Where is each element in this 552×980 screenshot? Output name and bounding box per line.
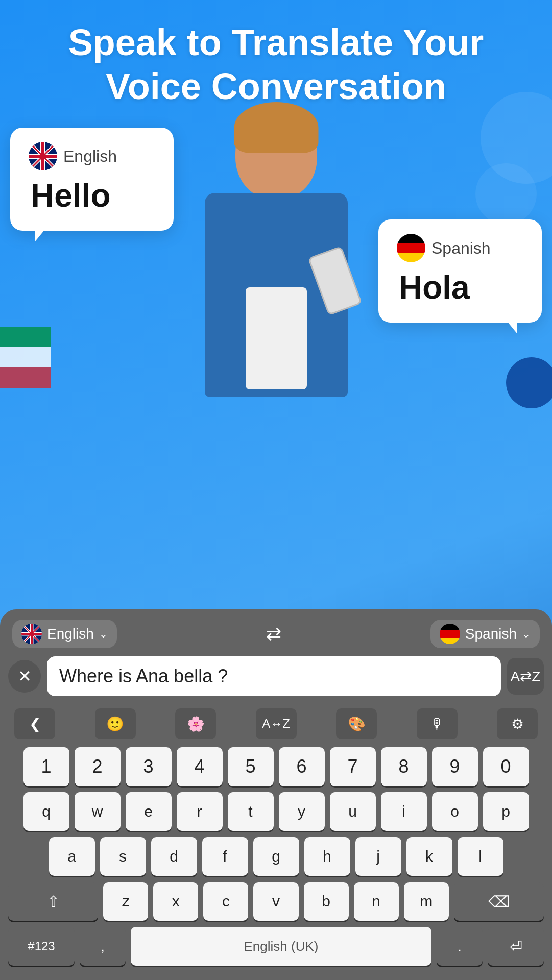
key-p[interactable]: p [483, 792, 529, 831]
key-5[interactable]: 5 [228, 747, 274, 786]
key-f[interactable]: f [202, 837, 248, 876]
eu-flag-circle [506, 357, 552, 408]
zxcv-row: ⇧ z x c v b n m ⌫ [8, 882, 544, 921]
key-e[interactable]: e [126, 792, 172, 831]
key-z[interactable]: z [103, 882, 148, 921]
key-r[interactable]: r [177, 792, 223, 831]
back-icon: ❮ [29, 716, 41, 732]
key-t[interactable]: t [228, 792, 274, 831]
key-j[interactable]: j [355, 837, 401, 876]
italy-flag-circle [0, 327, 51, 388]
sticker-icon: 🌸 [187, 716, 205, 732]
to-flag-icon [440, 624, 460, 644]
key-8[interactable]: 8 [381, 747, 427, 786]
key-c[interactable]: c [203, 882, 248, 921]
keyboard-keys: 1 2 3 4 5 6 7 8 9 0 q w e r t y u i o p … [8, 747, 544, 966]
to-chevron-icon: ⌄ [522, 628, 531, 640]
key-2[interactable]: 2 [75, 747, 121, 786]
microphone-icon: 🎙 [430, 716, 444, 732]
key-u[interactable]: u [330, 792, 376, 831]
person-illustration [143, 97, 409, 424]
close-icon: ✕ [18, 667, 32, 686]
return-key[interactable]: ⏎ [488, 927, 544, 966]
from-chevron-icon: ⌄ [99, 628, 108, 640]
close-button[interactable]: ✕ [8, 660, 41, 693]
translate-key-icon: A↔Z [262, 717, 290, 731]
comma-key[interactable]: , [80, 927, 126, 966]
key-k[interactable]: k [406, 837, 452, 876]
sticker-key[interactable]: 🌸 [175, 708, 216, 739]
uk-flag-icon [29, 142, 57, 170]
key-a[interactable]: a [49, 837, 95, 876]
qwerty-row: q w e r t y u i o p [8, 792, 544, 831]
key-6[interactable]: 6 [279, 747, 325, 786]
keyboard-icon-row: ❮ 🙂 🌸 A↔Z 🎨 🎙 ⚙ [8, 706, 544, 747]
key-3[interactable]: 3 [126, 747, 172, 786]
spanish-word: Hola [399, 268, 521, 306]
swap-languages-icon[interactable]: ⇄ [266, 623, 281, 645]
from-flag-icon [21, 624, 42, 644]
de-flag-icon [397, 234, 425, 262]
emoji-icon: 🙂 [106, 716, 124, 732]
from-language-label: English [47, 626, 94, 642]
person-hair [234, 102, 318, 153]
emoji-key[interactable]: 🙂 [95, 708, 136, 739]
num-key[interactable]: #123 [8, 927, 75, 966]
key-d[interactable]: d [151, 837, 197, 876]
translation-input[interactable]: Where is Ana bella ? [47, 656, 501, 696]
english-lang-row: English [29, 142, 153, 170]
to-language-label: Spanish [465, 626, 517, 642]
key-q[interactable]: q [23, 792, 69, 831]
spanish-lang-row: Spanish [397, 234, 521, 262]
backspace-key[interactable]: ⌫ [454, 882, 544, 921]
page-title: Speak to Translate Your Voice Conversati… [0, 20, 552, 109]
palette-icon: 🎨 [348, 716, 366, 732]
person-figure [169, 107, 383, 413]
period-key[interactable]: . [437, 927, 483, 966]
key-y[interactable]: y [279, 792, 325, 831]
english-bubble: English Hello [10, 128, 174, 231]
to-language-selector[interactable]: Spanish ⌄ [430, 620, 540, 648]
english-label: English [63, 147, 117, 166]
key-v[interactable]: v [253, 882, 298, 921]
key-g[interactable]: g [253, 837, 299, 876]
person-shirt-inner [246, 287, 307, 389]
key-i[interactable]: i [381, 792, 427, 831]
key-s[interactable]: s [100, 837, 146, 876]
back-key[interactable]: ❮ [14, 708, 55, 739]
from-language-selector[interactable]: English ⌄ [12, 620, 117, 648]
language-selector-row: English ⌄ ⇄ Spanish ⌄ [8, 620, 544, 648]
shift-icon: ⇧ [47, 893, 60, 911]
settings-key[interactable]: ⚙ [497, 708, 538, 739]
key-n[interactable]: n [354, 882, 399, 921]
key-m[interactable]: m [404, 882, 449, 921]
english-word: Hello [31, 177, 153, 214]
backspace-icon: ⌫ [488, 893, 510, 911]
key-o[interactable]: o [432, 792, 478, 831]
key-w[interactable]: w [75, 792, 121, 831]
theme-key[interactable]: 🎨 [336, 708, 377, 739]
spanish-label: Spanish [431, 239, 491, 258]
key-7[interactable]: 7 [330, 747, 376, 786]
spanish-bubble: Spanish Hola [378, 219, 542, 323]
shift-key[interactable]: ⇧ [8, 882, 98, 921]
key-b[interactable]: b [304, 882, 349, 921]
key-1[interactable]: 1 [23, 747, 69, 786]
deco-circle-2 [475, 163, 537, 225]
translate-button[interactable]: A⇄Z [507, 658, 544, 695]
key-h[interactable]: h [304, 837, 350, 876]
key-0[interactable]: 0 [483, 747, 529, 786]
translate-key[interactable]: A↔Z [256, 708, 297, 739]
voice-key[interactable]: 🎙 [417, 708, 458, 739]
gear-icon: ⚙ [511, 716, 524, 732]
number-row: 1 2 3 4 5 6 7 8 9 0 [8, 747, 544, 786]
key-9[interactable]: 9 [432, 747, 478, 786]
spacebar-key[interactable]: English (UK) [131, 927, 431, 966]
input-row: ✕ Where is Ana bella ? A⇄Z [8, 656, 544, 696]
bottom-row: #123 , English (UK) . ⏎ [8, 927, 544, 966]
key-4[interactable]: 4 [177, 747, 223, 786]
keyboard-panel: English ⌄ ⇄ Spanish ⌄ ✕ Where is Ana bel… [0, 609, 552, 980]
key-x[interactable]: x [153, 882, 198, 921]
translate-icon: A⇄Z [511, 668, 541, 685]
key-l[interactable]: l [458, 837, 503, 876]
